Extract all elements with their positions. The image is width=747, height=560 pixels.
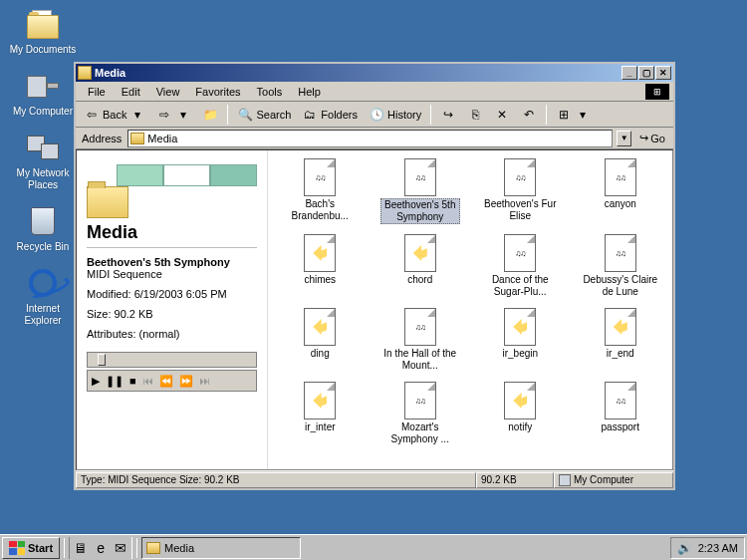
up-button[interactable]: 📁 bbox=[198, 105, 222, 125]
file-item[interactable]: ♫♫Dance of the Sugar-Plu... bbox=[472, 234, 569, 298]
address-input[interactable]: Media bbox=[127, 130, 613, 147]
taskbar-button-media[interactable]: Media bbox=[141, 537, 301, 559]
quick-launch: 🖥 e ✉ bbox=[69, 537, 132, 559]
selected-attributes: Attributes: (normal) bbox=[87, 328, 257, 340]
file-label: Dance of the Sugar-Plu... bbox=[480, 274, 560, 298]
file-item[interactable]: ♫♫Debussy's Claire de Lune bbox=[573, 234, 669, 298]
search-icon: 🔍 bbox=[237, 107, 253, 123]
fast-forward-button[interactable]: ⏩ bbox=[179, 375, 193, 388]
midi-file-icon: ♫♫ bbox=[504, 158, 536, 196]
file-label: chimes bbox=[280, 274, 360, 286]
undo-icon: ↶ bbox=[521, 107, 537, 123]
folders-icon: 🗂 bbox=[302, 107, 318, 123]
file-label: Debussy's Claire de Lune bbox=[581, 274, 660, 298]
maximize-button[interactable]: ▢ bbox=[638, 66, 654, 80]
rewind-button[interactable]: ⏪ bbox=[159, 375, 173, 388]
file-label: Bach's Brandenbu... bbox=[280, 198, 360, 222]
minimize-button[interactable]: _ bbox=[622, 66, 637, 80]
go-button[interactable]: ↪Go bbox=[635, 130, 669, 146]
folder-icon bbox=[146, 542, 160, 554]
file-item[interactable]: ding bbox=[272, 308, 369, 372]
file-item[interactable]: ♫♫Beethoven's Fur Elise bbox=[472, 158, 569, 224]
menu-view[interactable]: View bbox=[148, 84, 188, 100]
titlebar[interactable]: Media _ ▢ ✕ bbox=[76, 64, 673, 82]
folder-icon bbox=[27, 8, 59, 40]
toolbar: ⇦Back▾ ⇨▾ 📁 🔍Search 🗂Folders 🕓History ↪ … bbox=[76, 102, 673, 128]
file-item[interactable]: ♫♫passport bbox=[573, 382, 669, 445]
play-button[interactable]: ▶ bbox=[92, 375, 100, 388]
menu-favorites[interactable]: Favorites bbox=[187, 84, 248, 100]
internet-explorer-icon[interactable]: Internet Explorer bbox=[8, 267, 78, 327]
midi-file-icon: ♫♫ bbox=[404, 158, 436, 196]
delete-icon: ✕ bbox=[494, 107, 510, 123]
recycle-bin-icon[interactable]: Recycle Bin bbox=[8, 205, 78, 253]
explorer-window: Media _ ▢ ✕ File Edit View Favorites Too… bbox=[74, 62, 675, 490]
file-label: chord bbox=[380, 274, 460, 286]
file-item[interactable]: ♫♫Mozart's Symphony ... bbox=[373, 382, 469, 445]
outlook-quicklaunch-icon[interactable]: ✉ bbox=[112, 539, 129, 557]
file-item[interactable]: ir_begin bbox=[472, 308, 569, 372]
throbber-icon: ⊞ bbox=[645, 84, 669, 100]
seek-bar[interactable] bbox=[87, 352, 257, 368]
my-documents-icon[interactable]: My Documents bbox=[8, 8, 78, 56]
folders-button[interactable]: 🗂Folders bbox=[298, 105, 362, 125]
midi-file-icon: ♫♫ bbox=[404, 308, 436, 346]
search-button[interactable]: 🔍Search bbox=[233, 105, 295, 125]
file-item[interactable]: ♫♫Bach's Brandenbu... bbox=[272, 158, 369, 224]
wav-file-icon bbox=[504, 308, 536, 346]
delete-button[interactable]: ✕ bbox=[490, 105, 514, 125]
ie-quicklaunch-icon[interactable]: e bbox=[92, 539, 110, 557]
pause-button[interactable]: ❚❚ bbox=[106, 375, 124, 388]
views-button[interactable]: ⊞▾ bbox=[552, 105, 595, 125]
stop-button[interactable]: ■ bbox=[129, 375, 136, 387]
show-desktop-icon[interactable]: 🖥 bbox=[72, 539, 90, 557]
forward-button[interactable]: ⇨▾ bbox=[152, 105, 195, 125]
file-item[interactable]: chimes bbox=[272, 234, 369, 298]
selected-size: Size: 90.2 KB bbox=[87, 308, 257, 320]
clock[interactable]: 2:23 AM bbox=[698, 542, 738, 554]
selected-modified: Modified: 6/19/2003 6:05 PM bbox=[87, 288, 257, 300]
wav-file-icon bbox=[504, 382, 536, 420]
file-item[interactable]: ir_end bbox=[573, 308, 669, 372]
start-button[interactable]: Start bbox=[2, 537, 60, 559]
menu-edit[interactable]: Edit bbox=[114, 84, 148, 100]
close-button[interactable]: ✕ bbox=[655, 66, 671, 80]
skip-back-button[interactable]: ⏮ bbox=[142, 375, 153, 387]
file-item[interactable]: ♫♫Beethoven's 5th Symphony bbox=[373, 158, 469, 224]
status-size: 90.2 KB bbox=[476, 472, 554, 488]
menu-file[interactable]: File bbox=[80, 84, 114, 100]
selected-filename: Beethoven's 5th Symphony bbox=[87, 256, 257, 268]
folder-icon bbox=[130, 133, 144, 144]
back-button[interactable]: ⇦Back▾ bbox=[80, 105, 149, 125]
file-item[interactable]: notify bbox=[472, 382, 569, 445]
my-computer-icon[interactable]: My Computer bbox=[8, 70, 78, 118]
windows-flag-icon bbox=[9, 541, 25, 555]
forward-arrow-icon: ⇨ bbox=[156, 107, 172, 123]
file-item[interactable]: ♫♫canyon bbox=[573, 158, 669, 224]
menu-help[interactable]: Help bbox=[290, 84, 329, 100]
copyto-button[interactable]: ⎘ bbox=[463, 105, 487, 125]
file-list-pane[interactable]: ♫♫Bach's Brandenbu...♫♫Beethoven's 5th S… bbox=[268, 150, 672, 469]
file-item[interactable]: chord bbox=[373, 234, 469, 298]
midi-file-icon: ♫♫ bbox=[404, 382, 436, 420]
moveto-button[interactable]: ↪ bbox=[436, 105, 460, 125]
file-label: Beethoven's Fur Elise bbox=[480, 198, 560, 222]
selected-filetype: MIDI Sequence bbox=[87, 268, 257, 280]
address-dropdown[interactable]: ▼ bbox=[617, 131, 631, 146]
seek-thumb[interactable] bbox=[98, 354, 106, 366]
address-label: Address bbox=[80, 133, 124, 144]
file-item[interactable]: ♫♫In the Hall of the Mount... bbox=[373, 308, 469, 372]
menu-tools[interactable]: Tools bbox=[249, 84, 291, 100]
volume-icon[interactable]: 🔊 bbox=[677, 541, 692, 555]
file-label: ding bbox=[280, 348, 360, 360]
ie-icon bbox=[27, 267, 59, 299]
undo-button[interactable]: ↶ bbox=[517, 105, 541, 125]
history-icon: 🕓 bbox=[369, 107, 384, 123]
my-network-places-icon[interactable]: My Network Places bbox=[8, 132, 78, 191]
monitor-icon bbox=[27, 70, 59, 102]
history-button[interactable]: 🕓History bbox=[365, 105, 425, 125]
folder-icon bbox=[87, 186, 128, 218]
status-zone: My Computer bbox=[554, 472, 673, 488]
file-item[interactable]: ir_inter bbox=[272, 382, 369, 445]
skip-forward-button[interactable]: ⏭ bbox=[199, 375, 210, 387]
